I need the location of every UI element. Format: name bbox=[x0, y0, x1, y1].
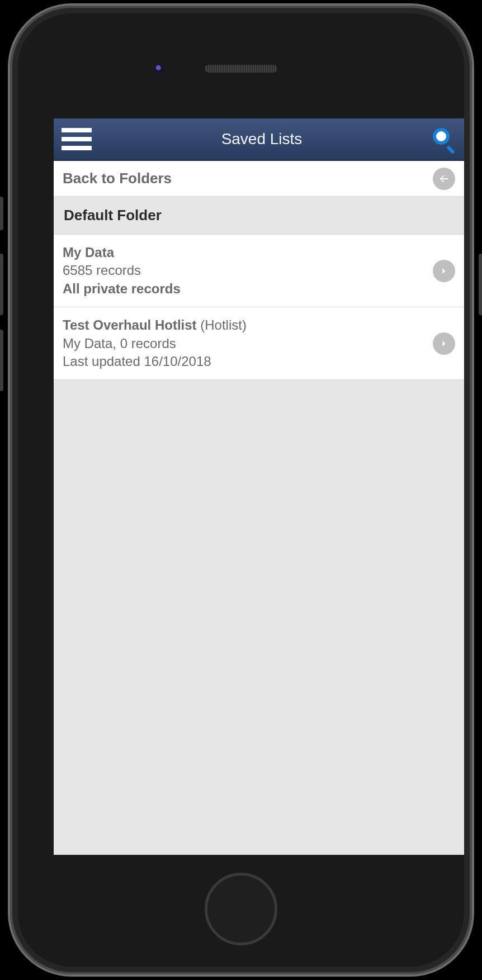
front-camera bbox=[154, 64, 164, 74]
page-title: Saved Lists bbox=[92, 130, 432, 148]
phone-inner: Saved Lists Back to Folders Default Fold… bbox=[18, 13, 464, 967]
speaker-grille bbox=[205, 65, 277, 73]
section-title: Default Folder bbox=[64, 207, 454, 224]
list-item-subtitle: 6585 records bbox=[63, 261, 433, 279]
back-to-folders-row[interactable]: Back to Folders bbox=[54, 161, 464, 197]
list-item-tag: (Hotlist) bbox=[200, 317, 247, 332]
list-item-subtitle: My Data, 0 records bbox=[63, 335, 433, 353]
list-item[interactable]: My Data 6585 records All private records bbox=[54, 235, 464, 307]
search-icon[interactable] bbox=[432, 127, 456, 151]
screen: Saved Lists Back to Folders Default Fold… bbox=[54, 118, 464, 855]
list-item-detail: All private records bbox=[63, 280, 433, 298]
chevron-right-icon[interactable] bbox=[433, 332, 455, 355]
chevron-right-icon[interactable] bbox=[433, 260, 455, 282]
home-button[interactable] bbox=[205, 873, 277, 945]
back-label: Back to Folders bbox=[63, 170, 433, 187]
app-header: Saved Lists bbox=[54, 118, 464, 161]
section-header: Default Folder bbox=[54, 197, 464, 235]
menu-icon[interactable] bbox=[62, 128, 92, 150]
phone-frame: Saved Lists Back to Folders Default Fold… bbox=[10, 6, 472, 974]
list-item[interactable]: Test Overhaul Hotlist (Hotlist) My Data,… bbox=[54, 307, 464, 380]
list-item-detail: Last updated 16/10/2018 bbox=[63, 353, 433, 370]
back-arrow-icon[interactable] bbox=[433, 168, 455, 190]
list-item-title: Test Overhaul Hotlist bbox=[63, 317, 197, 332]
list-item-title: My Data bbox=[63, 245, 114, 260]
